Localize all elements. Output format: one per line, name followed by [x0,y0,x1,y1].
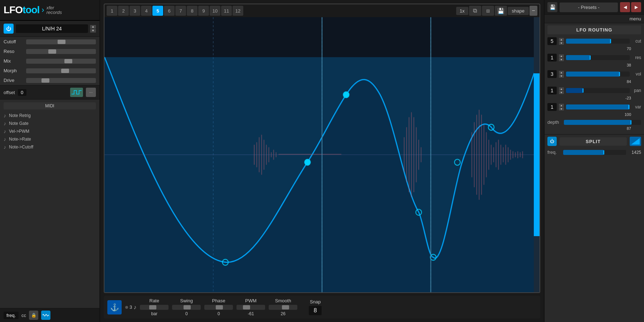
offset-value[interactable]: 0 [18,89,26,96]
tab-10[interactable]: 10 [210,6,220,16]
freq-thumb[interactable] [603,150,604,155]
tab-12[interactable]: 12 [233,6,243,16]
cutoff-thumb[interactable] [58,40,65,44]
save-icon[interactable]: 💾 [495,6,507,16]
cut-down-arrow[interactable]: ▼ [559,42,564,45]
freq-slider[interactable] [563,150,626,155]
res-down-arrow[interactable]: ▼ [559,58,564,61]
filter-down-arrow[interactable]: ▼ [90,29,96,33]
cut-routing-slider[interactable] [566,39,630,44]
minimize-button[interactable]: − [530,6,537,16]
shape-button[interactable]: shape [508,7,529,15]
cut-thumb[interactable] [610,39,611,43]
midi-note-retrig[interactable]: ♪ Note Retrig [4,112,96,119]
mix-thumb[interactable] [64,59,72,63]
vol-up-arrow[interactable]: ▲ [559,71,564,74]
rate-thumb[interactable] [149,305,156,309]
midi-vel-pwm[interactable]: ♪ Vel->PWM [4,127,96,135]
var-routing-slider[interactable] [566,104,630,109]
var-down-arrow[interactable]: ▼ [559,107,564,111]
cut-routing-arrows[interactable]: ▲ ▼ [559,38,564,45]
res-up-arrow[interactable]: ▲ [559,54,564,58]
presets-prev-button[interactable]: ◀ [620,2,630,12]
tab-5[interactable]: 5 [152,6,163,16]
filter-arrows[interactable]: ▲ ▼ [90,25,96,33]
smooth-thumb[interactable] [282,305,289,309]
split-hf-icon[interactable] [630,137,641,146]
lfo-canvas[interactable] [104,17,540,292]
pwm-thumb[interactable] [243,305,250,309]
tab-6[interactable]: 6 [164,6,175,16]
lfo-scrollbar[interactable] [534,17,540,292]
menu-label[interactable]: menu [629,16,641,21]
lock-icon[interactable]: 🔒 [29,311,38,320]
vol-routing-num[interactable]: 3 [547,70,557,78]
tab-2[interactable]: 2 [118,6,129,16]
res-routing-slider[interactable] [566,55,630,60]
pan-thumb[interactable] [582,88,584,93]
midi-note-gate[interactable]: ♪ Note Gate [4,119,96,127]
vol-down-arrow[interactable]: ▼ [559,74,564,78]
depth-slider[interactable] [564,120,641,125]
midi-note-rate[interactable]: ♪ Note->Rate [4,135,96,143]
tab-1[interactable]: 1 [107,6,117,16]
pan-routing-slider[interactable] [566,88,630,93]
split-power-button[interactable]: ⏻ [547,137,557,146]
scrollbar-thumb[interactable] [534,73,540,236]
cut-up-arrow[interactable]: ▲ [559,38,564,41]
pan-up-arrow[interactable]: ▲ [559,87,564,91]
drive-slider[interactable] [26,78,96,83]
filter-name[interactable]: L/N/H 24 [16,24,88,33]
presets-button[interactable]: - Presets - [560,3,618,12]
reso-thumb[interactable] [48,49,56,54]
tab-8[interactable]: 8 [187,6,197,16]
depth-thumb[interactable] [630,120,631,125]
vol-routing-arrows[interactable]: ▲ ▼ [559,71,564,78]
beat-number[interactable]: 3 [130,304,132,310]
phase-thumb[interactable] [216,305,223,309]
control-point-3[interactable] [343,92,349,98]
reso-slider[interactable] [26,49,96,54]
pwm-slider[interactable] [236,305,265,310]
swing-thumb[interactable] [184,305,191,309]
mix-slider[interactable] [26,59,96,64]
power-button[interactable]: ⏻ [4,24,14,34]
anchor-button[interactable]: ⚓ [107,300,122,314]
vol-routing-slider[interactable] [566,72,630,77]
lfo-icon[interactable] [41,311,50,320]
tab-11[interactable]: 11 [221,6,232,16]
morph-slider[interactable] [26,68,96,73]
var-thumb[interactable] [628,105,629,109]
var-up-arrow[interactable]: ▲ [559,104,564,107]
midi-note-cutoff[interactable]: ♪ Note->Cutoff [4,143,96,151]
morph-thumb[interactable] [61,69,69,73]
smooth-slider[interactable] [269,305,297,310]
offset-dots-icon[interactable]: ··· [86,88,96,97]
tab-3[interactable]: 3 [130,6,140,16]
res-routing-arrows[interactable]: ▲ ▼ [559,54,564,61]
swing-slider[interactable] [172,305,201,310]
snap-value[interactable]: 8 [309,306,322,315]
vol-thumb[interactable] [619,72,620,76]
control-point-2[interactable] [304,159,310,165]
drive-thumb[interactable] [42,78,49,83]
tab-4[interactable]: 4 [141,6,152,16]
tab-7[interactable]: 7 [175,6,186,16]
offset-waveform-icon[interactable] [70,88,83,97]
presets-save-icon[interactable]: 💾 [547,2,557,12]
res-thumb[interactable] [590,55,591,60]
res-routing-num[interactable]: 1 [547,54,557,62]
tab-9[interactable]: 9 [198,6,209,16]
presets-next-button[interactable]: ▶ [631,2,641,12]
rate-slider[interactable] [140,305,169,310]
var-routing-arrows[interactable]: ▲ ▼ [559,104,564,111]
cutoff-slider[interactable] [26,39,96,44]
pan-routing-arrows[interactable]: ▲ ▼ [559,87,564,94]
cc-number[interactable]: freq. [4,312,19,319]
phase-slider[interactable] [204,305,233,310]
pan-routing-num[interactable]: 1 [547,87,557,94]
pan-down-arrow[interactable]: ▼ [559,91,564,94]
filter-up-arrow[interactable]: ▲ [90,25,96,29]
copy-icon[interactable]: ⧉ [469,6,481,16]
paste-icon[interactable]: ⧆ [482,6,494,16]
